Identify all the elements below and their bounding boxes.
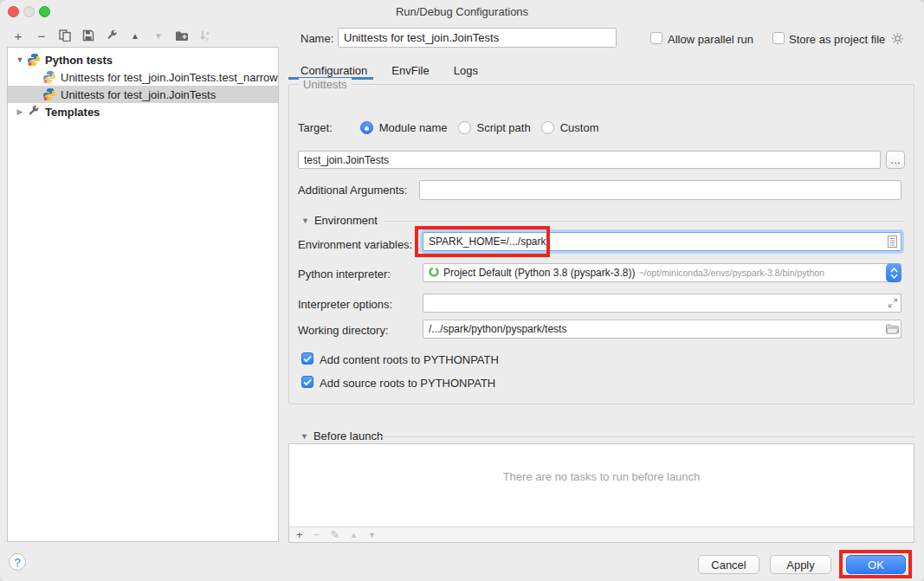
store-as-project-file-checkbox[interactable] (772, 32, 785, 44)
folder-icon[interactable] (886, 324, 899, 337)
move-down-button: ▼ (151, 28, 166, 43)
help-button[interactable]: ? (9, 553, 26, 571)
working-directory-input[interactable] (423, 320, 901, 339)
save-configuration-icon[interactable] (81, 28, 96, 43)
unittests-group-title: Unittests (299, 78, 352, 91)
python-tests-icon (27, 53, 41, 67)
svg-text:z: z (206, 36, 209, 42)
target-custom-radio[interactable] (541, 121, 554, 134)
remove-configuration-button[interactable]: − (34, 28, 49, 43)
move-task-down-button: ▼ (368, 531, 376, 539)
tab-logs[interactable]: Logs (442, 61, 490, 80)
edit-templates-icon[interactable] (104, 28, 120, 43)
add-source-roots-checkbox[interactable] (301, 376, 313, 388)
browse-variables-icon[interactable] (888, 236, 897, 250)
additional-arguments-label: Additional Arguments: (298, 184, 407, 197)
environment-section-label: Environment (314, 214, 378, 227)
target-script-path-radio[interactable] (458, 121, 471, 134)
before-launch-empty-text: There are no tasks to run before launch (289, 470, 914, 483)
before-launch-toolbar: + − ✎ ▲ ▼ (289, 526, 914, 542)
tree-item-python-tests[interactable]: ▼ Python tests (8, 51, 278, 68)
target-module-name-radio[interactable] (360, 121, 373, 134)
allow-parallel-run-label: Allow parallel run (668, 33, 753, 46)
store-as-project-file-label: Store as project file (789, 33, 885, 46)
name-label: Name: (300, 32, 333, 45)
tree-item-label: Templates (45, 106, 100, 119)
section-divider (384, 221, 904, 222)
environment-variables-label: Environment variables: (298, 238, 412, 251)
edit-task-icon: ✎ (330, 528, 339, 541)
allow-parallel-run-checkbox[interactable] (650, 32, 662, 44)
tree-item-label: Unittests for test_join.JoinTests (61, 88, 216, 101)
target-label: Target: (298, 121, 333, 134)
add-configuration-button[interactable]: + (10, 28, 26, 43)
collapse-icon[interactable]: ▼ (301, 216, 309, 225)
cancel-button[interactable]: Cancel (698, 555, 759, 574)
before-launch-label: Before launch (313, 429, 383, 442)
name-input[interactable] (338, 28, 617, 48)
wrench-icon (27, 105, 41, 119)
python-interpreter-label: Python interpreter: (298, 268, 391, 281)
add-content-roots-checkbox[interactable] (301, 352, 313, 365)
apply-button[interactable]: Apply (770, 555, 831, 574)
environment-variables-input[interactable] (423, 232, 901, 251)
expand-field-icon[interactable] (888, 298, 898, 311)
environment-section-header[interactable]: ▼ Environment (301, 214, 378, 227)
copy-configuration-icon[interactable] (57, 28, 73, 43)
tree-item-label: Python tests (45, 54, 113, 67)
add-content-roots-label: Add content roots to PYTHONPATH (320, 353, 499, 366)
interpreter-options-label: Interpreter options: (298, 298, 392, 311)
python-interpreter-select[interactable]: Project Default (Python 3.8 (pyspark-3.8… (423, 263, 901, 282)
tree-item-templates[interactable]: ▶ Templates (8, 103, 278, 120)
configurations-tree: ▼ Python tests Unittests for test_join.J… (7, 47, 279, 542)
tree-item-unittests-narrow[interactable]: Unittests for test_join.JoinTests.test_n… (8, 68, 278, 86)
python-interpreter-value: Project Default (Python 3.8 (pyspark-3.8… (443, 267, 635, 279)
new-folder-icon[interactable] (174, 28, 190, 43)
run-debug-configurations-dialog: Run/Debug Configurations + − ▲ ▼ az ▼ Py (0, 0, 924, 581)
expand-icon[interactable]: ▶ (15, 107, 25, 116)
interpreter-dropdown-stepper[interactable] (886, 263, 901, 282)
gear-icon[interactable] (891, 32, 904, 48)
svg-text:a: a (206, 30, 210, 36)
sort-alphabetically-icon: az (197, 28, 213, 43)
add-task-button[interactable]: + (296, 528, 303, 541)
target-module-name-label: Module name (379, 121, 448, 134)
target-module-input[interactable] (298, 151, 881, 169)
interpreter-options-input[interactable] (423, 294, 901, 313)
browse-target-button[interactable]: … (886, 151, 905, 169)
python-interpreter-path: ~/opt/miniconda3/envs/pyspark-3.8/bin/py… (638, 268, 824, 278)
window-title: Run/Debug Configurations (0, 5, 924, 18)
title-bar[interactable]: Run/Debug Configurations (0, 0, 924, 23)
conda-environment-icon (429, 267, 439, 280)
section-divider (378, 436, 914, 437)
target-script-path-label: Script path (477, 121, 531, 134)
configurations-toolbar: + − ▲ ▼ az (10, 27, 213, 44)
before-launch-header[interactable]: ▼ Before launch (300, 429, 383, 442)
python-test-icon (42, 87, 56, 101)
working-directory-label: Working directory: (298, 324, 389, 337)
ok-button[interactable]: OK (846, 555, 906, 574)
python-test-icon (42, 70, 56, 84)
add-source-roots-label: Add source roots to PYTHONPATH (320, 377, 495, 390)
move-task-up-button: ▲ (350, 531, 358, 539)
target-custom-label: Custom (560, 121, 599, 134)
collapse-icon[interactable]: ▼ (300, 432, 308, 441)
tree-item-unittests-jointests-selected[interactable]: Unittests for test_join.JoinTests (8, 86, 278, 103)
before-launch-task-list: There are no tasks to run before launch … (288, 443, 914, 543)
target-row: Target: Module name Script path Custom (298, 121, 598, 134)
remove-task-button: − (313, 528, 320, 541)
additional-arguments-input[interactable] (419, 180, 901, 200)
collapse-icon[interactable]: ▼ (15, 55, 25, 64)
move-up-button[interactable]: ▲ (127, 28, 143, 43)
tab-envfile[interactable]: EnvFile (379, 61, 441, 80)
unittests-groupbox: Unittests Target: Module name Script pat… (288, 84, 914, 404)
tree-item-label: Unittests for test_join.JoinTests.test_n… (61, 71, 278, 84)
